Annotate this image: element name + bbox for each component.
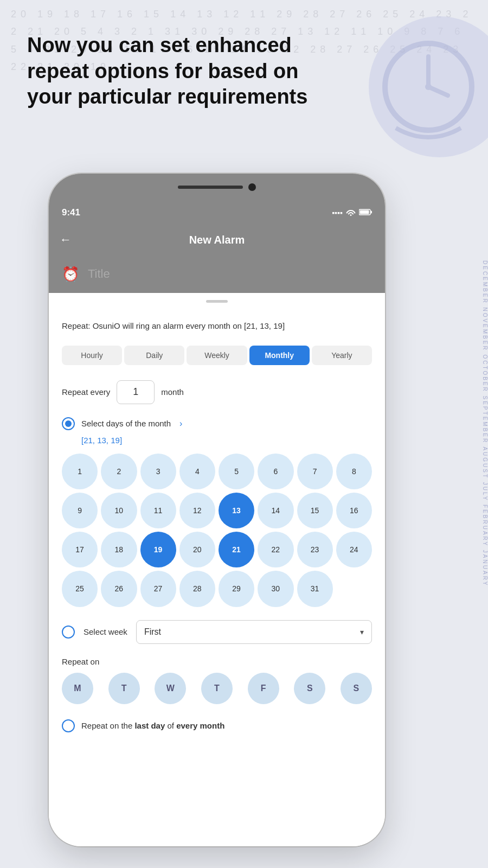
cal-day-30[interactable]: 30 bbox=[258, 571, 293, 607]
weekday-saturday[interactable]: S bbox=[294, 673, 325, 704]
alarm-icon: ⏰ bbox=[62, 266, 79, 283]
status-time: 9:41 bbox=[62, 207, 80, 218]
headline: Now you can set enhanced repeat options … bbox=[27, 33, 331, 110]
svg-point-3 bbox=[425, 84, 432, 90]
select-week-radio[interactable] bbox=[62, 626, 75, 639]
cal-day-23[interactable]: 23 bbox=[297, 532, 333, 567]
weekday-friday[interactable]: F bbox=[248, 673, 279, 704]
svg-point-0 bbox=[385, 43, 472, 130]
cal-day-4[interactable]: 4 bbox=[179, 454, 215, 489]
select-days-label: Select days of the month bbox=[81, 419, 171, 428]
title-input[interactable]: Title bbox=[88, 267, 110, 281]
weekday-monday[interactable]: M bbox=[62, 673, 93, 704]
cal-day-15[interactable]: 15 bbox=[297, 493, 333, 528]
select-week-row: Select week First ▾ bbox=[62, 620, 372, 644]
last-day-suffix: of bbox=[165, 721, 176, 730]
repeat-description: Repeat: OsuniO will ring an alarm every … bbox=[62, 320, 372, 333]
battery-icon bbox=[359, 208, 372, 217]
main-content: Repeat: OsuniO will ring an alarm every … bbox=[49, 309, 385, 846]
last-day-text: Repeat on the last day of every month bbox=[81, 721, 224, 730]
cal-day-29[interactable]: 29 bbox=[219, 571, 254, 607]
weekday-circles: M T W T F S S bbox=[62, 673, 372, 704]
cal-day-19[interactable]: 19 bbox=[140, 532, 176, 567]
tab-daily[interactable]: Daily bbox=[124, 346, 184, 365]
cal-day-2[interactable]: 2 bbox=[101, 454, 137, 489]
bg-circle bbox=[369, 16, 488, 157]
cal-day-25[interactable]: 25 bbox=[62, 571, 98, 607]
calendar-grid: 1 2 3 4 5 6 7 8 9 10 11 12 13 14 15 16 1… bbox=[62, 454, 372, 607]
weekday-wednesday[interactable]: W bbox=[155, 673, 186, 704]
cal-day-1[interactable]: 1 bbox=[62, 454, 98, 489]
select-days-row[interactable]: Select days of the month › bbox=[62, 417, 372, 430]
cal-day-16[interactable]: 16 bbox=[336, 493, 372, 528]
cal-day-28[interactable]: 28 bbox=[179, 571, 215, 607]
cal-day-18[interactable]: 18 bbox=[101, 532, 137, 567]
cal-day-14[interactable]: 14 bbox=[258, 493, 293, 528]
cal-day-3[interactable]: 3 bbox=[140, 454, 176, 489]
weekday-sunday[interactable]: S bbox=[341, 673, 372, 704]
nav-title: New Alarm bbox=[189, 234, 245, 246]
weekday-thursday[interactable]: T bbox=[201, 673, 233, 704]
repeat-on-label: Repeat on bbox=[62, 657, 372, 666]
tab-monthly[interactable]: Monthly bbox=[249, 346, 310, 365]
sheet-handle bbox=[206, 300, 228, 303]
cal-day-31[interactable]: 31 bbox=[297, 571, 333, 607]
last-day-radio[interactable] bbox=[62, 719, 75, 732]
cal-day-20[interactable]: 20 bbox=[179, 532, 215, 567]
cal-day-27[interactable]: 27 bbox=[140, 571, 176, 607]
selected-days-display: [21, 13, 19] bbox=[81, 436, 372, 445]
cal-day-12[interactable]: 12 bbox=[179, 493, 215, 528]
notch-bar bbox=[49, 174, 385, 201]
svg-line-2 bbox=[428, 87, 448, 95]
tab-yearly[interactable]: Yearly bbox=[312, 346, 372, 365]
nav-bar: ← New Alarm bbox=[49, 225, 385, 255]
phone-frame: 9:41 ▪▪▪▪ ← New Al bbox=[49, 174, 385, 846]
notch-pill bbox=[178, 186, 243, 189]
week-dropdown[interactable]: First ▾ bbox=[136, 620, 372, 644]
signal-icon: ▪▪▪▪ bbox=[332, 208, 343, 217]
cal-day-8[interactable]: 8 bbox=[336, 454, 372, 489]
last-day-bold1: last day bbox=[134, 721, 165, 730]
status-icons: ▪▪▪▪ bbox=[332, 208, 372, 218]
sheet-handle-area bbox=[49, 293, 385, 309]
last-day-bold2: every month bbox=[176, 721, 224, 730]
tab-weekly[interactable]: Weekly bbox=[187, 346, 247, 365]
select-week-label: Select week bbox=[84, 627, 127, 636]
select-days-radio[interactable] bbox=[62, 417, 75, 430]
cal-day-13[interactable]: 13 bbox=[219, 493, 254, 528]
cal-day-7[interactable]: 7 bbox=[297, 454, 333, 489]
wifi-icon bbox=[346, 208, 356, 218]
cal-day-21[interactable]: 21 bbox=[219, 532, 254, 567]
phone-inner: 9:41 ▪▪▪▪ ← New Al bbox=[49, 174, 385, 846]
cal-day-11[interactable]: 11 bbox=[140, 493, 176, 528]
svg-rect-6 bbox=[371, 211, 372, 214]
cal-day-6[interactable]: 6 bbox=[258, 454, 293, 489]
status-bar: 9:41 ▪▪▪▪ bbox=[49, 201, 385, 225]
cal-day-5[interactable]: 5 bbox=[219, 454, 254, 489]
cal-day-22[interactable]: 22 bbox=[258, 532, 293, 567]
cal-day-26[interactable]: 26 bbox=[101, 571, 137, 607]
week-dropdown-value: First bbox=[144, 627, 161, 637]
last-day-row[interactable]: Repeat on the last day of every month bbox=[62, 719, 372, 732]
side-months-decoration: DECEMBER NOVEMBER OCTOBER SEPTEMBER AUGU… bbox=[466, 260, 488, 586]
cal-day-10[interactable]: 10 bbox=[101, 493, 137, 528]
weekday-tuesday[interactable]: T bbox=[108, 673, 140, 704]
back-button[interactable]: ← bbox=[60, 233, 72, 247]
repeat-every-input[interactable] bbox=[117, 380, 155, 404]
repeat-every-row: Repeat every month bbox=[62, 380, 372, 404]
notch-camera bbox=[248, 183, 256, 191]
cal-day-9[interactable]: 9 bbox=[62, 493, 98, 528]
repeat-every-unit: month bbox=[161, 387, 184, 397]
svg-rect-5 bbox=[360, 210, 369, 214]
title-section: ⏰ Title bbox=[49, 255, 385, 293]
tab-hourly[interactable]: Hourly bbox=[62, 346, 122, 365]
week-dropdown-arrow: ▾ bbox=[360, 628, 364, 636]
cal-day-24[interactable]: 24 bbox=[336, 532, 372, 567]
cal-day-17[interactable]: 17 bbox=[62, 532, 98, 567]
repeat-every-label: Repeat every bbox=[62, 387, 110, 397]
last-day-prefix: Repeat on the bbox=[81, 721, 134, 730]
bg-clock-icon bbox=[374, 33, 483, 141]
frequency-tabs: Hourly Daily Weekly Monthly Yearly bbox=[62, 346, 372, 365]
select-days-chevron: › bbox=[179, 419, 182, 429]
